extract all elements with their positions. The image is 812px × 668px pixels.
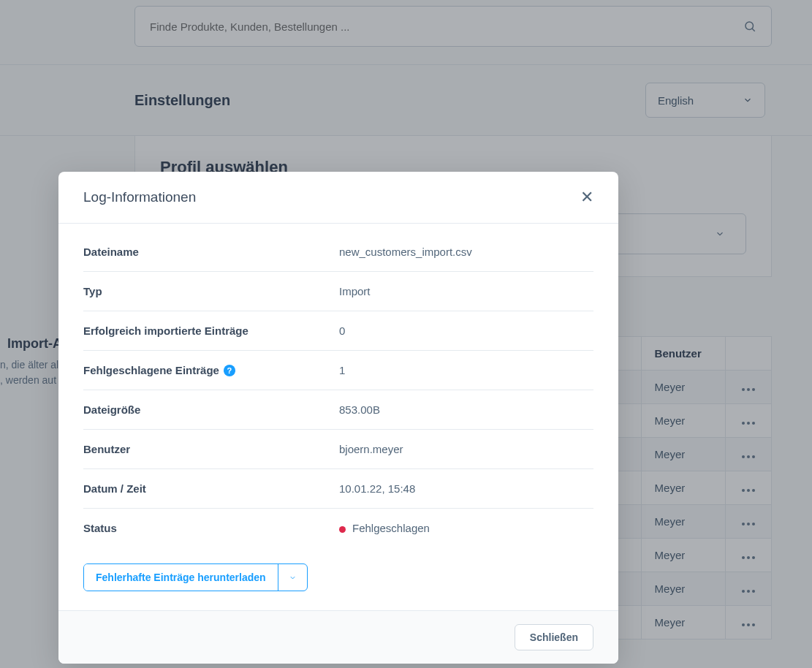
status-dot-icon <box>339 526 346 533</box>
status-text: Fehlgeschlagen <box>352 522 430 534</box>
log-info-modal: Log-Informationen ✕ Dateiname new_custom… <box>58 172 618 664</box>
close-button[interactable]: Schließen <box>515 624 593 650</box>
label-type: Typ <box>83 285 339 297</box>
download-errors-dropdown[interactable] <box>278 564 307 591</box>
label-failed: Fehlgeschlagene Einträge ? <box>83 364 339 376</box>
label-user: Benutzer <box>83 443 339 455</box>
value-filename: new_customers_import.csv <box>339 246 593 258</box>
label-success: Erfolgreich importierte Einträge <box>83 324 339 337</box>
value-filesize: 853.00B <box>339 403 593 416</box>
chevron-down-icon <box>289 574 297 582</box>
value-status: Fehlgeschlagen <box>339 522 593 534</box>
label-filesize: Dateigröße <box>83 403 339 416</box>
close-icon[interactable]: ✕ <box>580 189 593 205</box>
label-filename: Dateiname <box>83 246 339 258</box>
label-status: Status <box>83 522 339 534</box>
label-failed-text: Fehlgeschlagene Einträge <box>83 364 219 376</box>
download-errors-button-group: Fehlerhafte Einträge herunterladen <box>83 563 308 591</box>
value-datetime: 10.01.22, 15:48 <box>339 482 593 495</box>
value-type: Import <box>339 285 593 297</box>
value-failed: 1 <box>339 364 593 376</box>
download-errors-button[interactable]: Fehlerhafte Einträge herunterladen <box>84 564 278 591</box>
value-user: bjoern.meyer <box>339 443 593 455</box>
modal-title: Log-Informationen <box>83 189 196 205</box>
value-success: 0 <box>339 324 593 337</box>
help-icon[interactable]: ? <box>224 365 235 376</box>
label-datetime: Datum / Zeit <box>83 482 339 495</box>
